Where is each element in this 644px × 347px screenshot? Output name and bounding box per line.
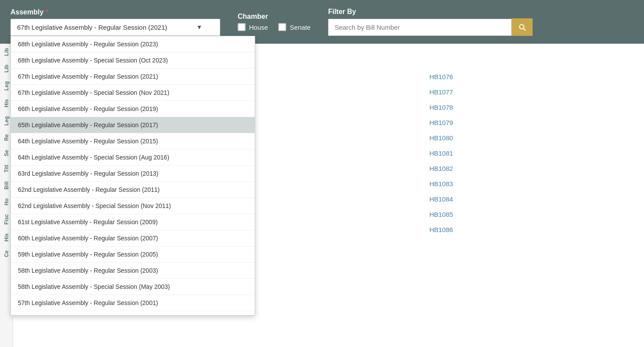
sidebar-label: Bill (3, 181, 10, 190)
sidebar-label: Re (3, 134, 10, 141)
bill-link[interactable]: HB1060 (228, 209, 429, 220)
senate-checkbox[interactable] (278, 23, 286, 31)
dropdown-item[interactable]: 59th Legislative Assembly - Regular Sess… (11, 246, 255, 263)
dropdown-item[interactable]: 68th Legislative Assembly - Regular Sess… (11, 36, 255, 52)
dropdown-item[interactable]: 62nd Legislative Assembly - Regular Sess… (11, 182, 255, 198)
bill-link[interactable]: HB1061 (228, 224, 429, 235)
dropdown-item[interactable]: 65th Legislative Assembly - Regular Sess… (11, 117, 255, 133)
dropdown-item[interactable]: 62nd Legislative Assembly - Special Sess… (11, 198, 255, 214)
dropdown-item[interactable]: 68th Legislative Assembly - Special Sess… (11, 52, 255, 69)
dropdown-item[interactable]: 58th Legislative Assembly - Regular Sess… (11, 263, 255, 279)
sidebar-label: His (3, 99, 10, 108)
sidebar-label: Ho (3, 198, 10, 205)
filter-label: Filter By (328, 8, 634, 16)
dropdown-item[interactable]: 66th Legislative Assembly - Regular Sess… (11, 101, 255, 117)
bill-link[interactable]: HB1077 (429, 87, 631, 97)
bill-link[interactable]: HB1081 (429, 148, 631, 159)
assembly-dropdown-button[interactable]: 67th Legislative Assembly - Regular Sess… (10, 19, 220, 36)
assembly-section: Assembly * 67th Legislative Assembly - R… (10, 8, 220, 36)
dropdown-item[interactable]: 64th Legislative Assembly - Regular Sess… (11, 133, 255, 149)
bill-link[interactable]: HB1078 (429, 102, 631, 113)
bill-link[interactable]: HB1052 (228, 87, 429, 97)
sidebar-label: Leg (3, 81, 10, 90)
assembly-label: Assembly * (10, 8, 220, 16)
assembly-text: Assembly (10, 8, 44, 16)
sidebar-label: Lib (3, 48, 10, 56)
assembly-dropdown-menu: 68th Legislative Assembly - Regular Sess… (10, 36, 255, 316)
dropdown-item[interactable]: 60th Legislative Assembly - Regular Sess… (11, 230, 255, 246)
bill-link[interactable]: HB1085 (429, 209, 631, 220)
bill-link[interactable]: HB1059 (228, 194, 429, 205)
house-checkbox[interactable] (238, 23, 246, 31)
sidebar-label: Lib (3, 65, 10, 73)
dropdown-item[interactable]: 57th Legislative Assembly - Special Sess… (11, 311, 255, 316)
house-checkbox-item[interactable]: House (238, 23, 268, 31)
assembly-dropdown-wrapper: 67th Legislative Assembly - Regular Sess… (10, 19, 220, 36)
chamber-checkboxes: House Senate (238, 23, 311, 31)
sidebar-label: Ce (3, 250, 10, 257)
bill-link[interactable]: HB1051 (228, 71, 429, 82)
header-bar: Assembly * 67th Legislative Assembly - R… (0, 0, 644, 44)
search-icon (518, 23, 526, 31)
dropdown-item[interactable]: 57th Legislative Assembly - Regular Sess… (11, 295, 255, 311)
search-row (328, 18, 634, 36)
chevron-down-icon: ▼ (196, 24, 202, 31)
bill-link[interactable]: HB1083 (429, 178, 631, 189)
house-label: House (249, 24, 268, 31)
bill-link[interactable]: HB1055 (228, 132, 429, 143)
sidebar-label: Fisc (3, 214, 10, 225)
dropdown-item[interactable]: 64th Legislative Assembly - Special Sess… (11, 149, 255, 166)
bill-link[interactable]: HB1084 (429, 194, 631, 205)
search-input[interactable] (328, 19, 512, 36)
bill-link[interactable]: HB1058 (228, 178, 429, 189)
senate-checkbox-item[interactable]: Senate (278, 23, 311, 31)
bill-link[interactable]: HB1076 (429, 71, 631, 82)
bill-link[interactable]: HB1056 (228, 148, 429, 159)
bill-link[interactable]: HB1054 (228, 117, 429, 128)
bill-link[interactable]: HB1082 (429, 163, 631, 174)
search-button[interactable] (512, 18, 533, 36)
dropdown-item[interactable]: 58th Legislative Assembly - Special Sess… (11, 279, 255, 295)
sidebar-label: Leg (3, 116, 10, 125)
bill-link[interactable]: HB1086 (429, 224, 631, 235)
dropdown-item[interactable]: 67th Legislative Assembly - Special Sess… (11, 85, 255, 101)
assembly-current-value: 67th Legislative Assembly - Regular Sess… (17, 24, 167, 31)
chamber-section: Chamber House Senate (238, 13, 311, 31)
required-star: * (45, 8, 48, 16)
bill-link[interactable]: HB1057 (228, 163, 429, 174)
dropdown-item[interactable]: 61st Legislative Assembly - Regular Sess… (11, 214, 255, 230)
sidebar-label: Titl (3, 165, 10, 173)
senate-label: Senate (290, 24, 311, 31)
chamber-label: Chamber (238, 13, 311, 21)
sidebar-label: His (3, 233, 10, 242)
bill-link[interactable]: HB1079 (429, 117, 631, 128)
sidebar-label: Se (3, 150, 10, 156)
bill-link[interactable]: HB1080 (429, 132, 631, 143)
bill-link[interactable]: HB1053 (228, 102, 429, 113)
dropdown-item[interactable]: 67th Legislative Assembly - Regular Sess… (11, 69, 255, 85)
filter-section: Filter By (328, 8, 634, 36)
dropdown-item[interactable]: 63rd Legislative Assembly - Regular Sess… (11, 166, 255, 182)
